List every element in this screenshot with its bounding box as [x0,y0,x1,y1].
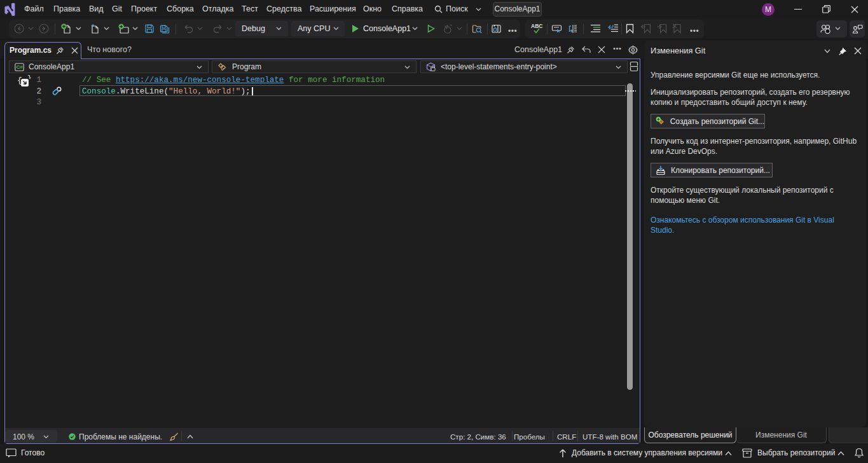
svg-text:C#: C# [17,64,24,70]
svg-text:ABC: ABC [531,23,542,29]
